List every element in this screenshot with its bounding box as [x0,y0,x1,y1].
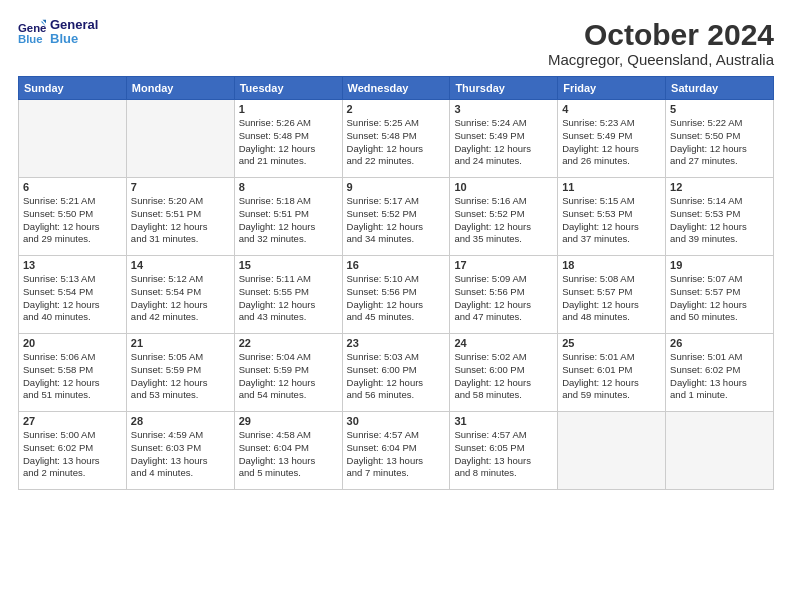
day-number: 1 [239,103,338,115]
calendar-cell: 25Sunrise: 5:01 AM Sunset: 6:01 PM Dayli… [558,334,666,412]
day-header-saturday: Saturday [666,77,774,100]
day-number: 3 [454,103,553,115]
cell-info: Sunrise: 5:21 AM Sunset: 5:50 PM Dayligh… [23,195,122,246]
day-number: 30 [347,415,446,427]
cell-info: Sunrise: 5:01 AM Sunset: 6:01 PM Dayligh… [562,351,661,402]
calendar-cell: 18Sunrise: 5:08 AM Sunset: 5:57 PM Dayli… [558,256,666,334]
calendar-cell [19,100,127,178]
cell-info: Sunrise: 5:08 AM Sunset: 5:57 PM Dayligh… [562,273,661,324]
days-header-row: SundayMondayTuesdayWednesdayThursdayFrid… [19,77,774,100]
location-title: Macgregor, Queensland, Australia [548,51,774,68]
calendar-table: SundayMondayTuesdayWednesdayThursdayFrid… [18,76,774,490]
cell-info: Sunrise: 5:00 AM Sunset: 6:02 PM Dayligh… [23,429,122,480]
logo-line2: Blue [50,32,98,46]
calendar-cell: 15Sunrise: 5:11 AM Sunset: 5:55 PM Dayli… [234,256,342,334]
day-number: 28 [131,415,230,427]
day-number: 8 [239,181,338,193]
day-number: 20 [23,337,122,349]
cell-info: Sunrise: 5:02 AM Sunset: 6:00 PM Dayligh… [454,351,553,402]
cell-info: Sunrise: 4:58 AM Sunset: 6:04 PM Dayligh… [239,429,338,480]
cell-info: Sunrise: 5:18 AM Sunset: 5:51 PM Dayligh… [239,195,338,246]
day-number: 19 [670,259,769,271]
calendar-cell: 16Sunrise: 5:10 AM Sunset: 5:56 PM Dayli… [342,256,450,334]
day-number: 17 [454,259,553,271]
day-number: 25 [562,337,661,349]
day-header-friday: Friday [558,77,666,100]
week-row-4: 20Sunrise: 5:06 AM Sunset: 5:58 PM Dayli… [19,334,774,412]
day-number: 9 [347,181,446,193]
cell-info: Sunrise: 4:57 AM Sunset: 6:05 PM Dayligh… [454,429,553,480]
logo-icon: General Blue [18,18,46,46]
calendar-cell [558,412,666,490]
cell-info: Sunrise: 4:59 AM Sunset: 6:03 PM Dayligh… [131,429,230,480]
cell-info: Sunrise: 5:04 AM Sunset: 5:59 PM Dayligh… [239,351,338,402]
calendar-cell: 8Sunrise: 5:18 AM Sunset: 5:51 PM Daylig… [234,178,342,256]
cell-info: Sunrise: 5:25 AM Sunset: 5:48 PM Dayligh… [347,117,446,168]
day-number: 27 [23,415,122,427]
calendar-cell: 12Sunrise: 5:14 AM Sunset: 5:53 PM Dayli… [666,178,774,256]
calendar-cell: 19Sunrise: 5:07 AM Sunset: 5:57 PM Dayli… [666,256,774,334]
calendar-cell: 11Sunrise: 5:15 AM Sunset: 5:53 PM Dayli… [558,178,666,256]
cell-info: Sunrise: 5:26 AM Sunset: 5:48 PM Dayligh… [239,117,338,168]
header: General Blue General Blue October 2024 M… [18,18,774,68]
day-number: 12 [670,181,769,193]
calendar-cell: 14Sunrise: 5:12 AM Sunset: 5:54 PM Dayli… [126,256,234,334]
cell-info: Sunrise: 5:11 AM Sunset: 5:55 PM Dayligh… [239,273,338,324]
title-area: October 2024 Macgregor, Queensland, Aust… [548,18,774,68]
calendar-cell: 24Sunrise: 5:02 AM Sunset: 6:00 PM Dayli… [450,334,558,412]
cell-info: Sunrise: 5:01 AM Sunset: 6:02 PM Dayligh… [670,351,769,402]
calendar-cell: 23Sunrise: 5:03 AM Sunset: 6:00 PM Dayli… [342,334,450,412]
calendar-cell: 7Sunrise: 5:20 AM Sunset: 5:51 PM Daylig… [126,178,234,256]
cell-info: Sunrise: 5:10 AM Sunset: 5:56 PM Dayligh… [347,273,446,324]
day-header-sunday: Sunday [19,77,127,100]
month-title: October 2024 [548,18,774,51]
day-number: 5 [670,103,769,115]
week-row-3: 13Sunrise: 5:13 AM Sunset: 5:54 PM Dayli… [19,256,774,334]
cell-info: Sunrise: 5:17 AM Sunset: 5:52 PM Dayligh… [347,195,446,246]
calendar-cell: 9Sunrise: 5:17 AM Sunset: 5:52 PM Daylig… [342,178,450,256]
day-number: 13 [23,259,122,271]
calendar-cell: 2Sunrise: 5:25 AM Sunset: 5:48 PM Daylig… [342,100,450,178]
day-number: 31 [454,415,553,427]
cell-info: Sunrise: 5:13 AM Sunset: 5:54 PM Dayligh… [23,273,122,324]
calendar-cell: 4Sunrise: 5:23 AM Sunset: 5:49 PM Daylig… [558,100,666,178]
calendar-cell [126,100,234,178]
cell-info: Sunrise: 5:12 AM Sunset: 5:54 PM Dayligh… [131,273,230,324]
day-number: 2 [347,103,446,115]
day-number: 11 [562,181,661,193]
cell-info: Sunrise: 5:14 AM Sunset: 5:53 PM Dayligh… [670,195,769,246]
calendar-cell: 5Sunrise: 5:22 AM Sunset: 5:50 PM Daylig… [666,100,774,178]
week-row-1: 1Sunrise: 5:26 AM Sunset: 5:48 PM Daylig… [19,100,774,178]
calendar-cell: 20Sunrise: 5:06 AM Sunset: 5:58 PM Dayli… [19,334,127,412]
calendar-cell: 30Sunrise: 4:57 AM Sunset: 6:04 PM Dayli… [342,412,450,490]
cell-info: Sunrise: 5:09 AM Sunset: 5:56 PM Dayligh… [454,273,553,324]
day-number: 24 [454,337,553,349]
cell-info: Sunrise: 4:57 AM Sunset: 6:04 PM Dayligh… [347,429,446,480]
calendar-cell: 26Sunrise: 5:01 AM Sunset: 6:02 PM Dayli… [666,334,774,412]
cell-info: Sunrise: 5:24 AM Sunset: 5:49 PM Dayligh… [454,117,553,168]
calendar-cell: 13Sunrise: 5:13 AM Sunset: 5:54 PM Dayli… [19,256,127,334]
day-number: 14 [131,259,230,271]
calendar-cell: 21Sunrise: 5:05 AM Sunset: 5:59 PM Dayli… [126,334,234,412]
cell-info: Sunrise: 5:03 AM Sunset: 6:00 PM Dayligh… [347,351,446,402]
calendar-cell: 28Sunrise: 4:59 AM Sunset: 6:03 PM Dayli… [126,412,234,490]
calendar-cell: 3Sunrise: 5:24 AM Sunset: 5:49 PM Daylig… [450,100,558,178]
calendar-cell [666,412,774,490]
cell-info: Sunrise: 5:23 AM Sunset: 5:49 PM Dayligh… [562,117,661,168]
day-header-monday: Monday [126,77,234,100]
calendar-cell: 17Sunrise: 5:09 AM Sunset: 5:56 PM Dayli… [450,256,558,334]
day-number: 29 [239,415,338,427]
day-number: 15 [239,259,338,271]
day-header-wednesday: Wednesday [342,77,450,100]
week-row-5: 27Sunrise: 5:00 AM Sunset: 6:02 PM Dayli… [19,412,774,490]
calendar-cell: 1Sunrise: 5:26 AM Sunset: 5:48 PM Daylig… [234,100,342,178]
cell-info: Sunrise: 5:15 AM Sunset: 5:53 PM Dayligh… [562,195,661,246]
day-header-tuesday: Tuesday [234,77,342,100]
cell-info: Sunrise: 5:22 AM Sunset: 5:50 PM Dayligh… [670,117,769,168]
calendar-cell: 31Sunrise: 4:57 AM Sunset: 6:05 PM Dayli… [450,412,558,490]
week-row-2: 6Sunrise: 5:21 AM Sunset: 5:50 PM Daylig… [19,178,774,256]
cell-info: Sunrise: 5:05 AM Sunset: 5:59 PM Dayligh… [131,351,230,402]
cell-info: Sunrise: 5:06 AM Sunset: 5:58 PM Dayligh… [23,351,122,402]
day-number: 7 [131,181,230,193]
day-number: 6 [23,181,122,193]
